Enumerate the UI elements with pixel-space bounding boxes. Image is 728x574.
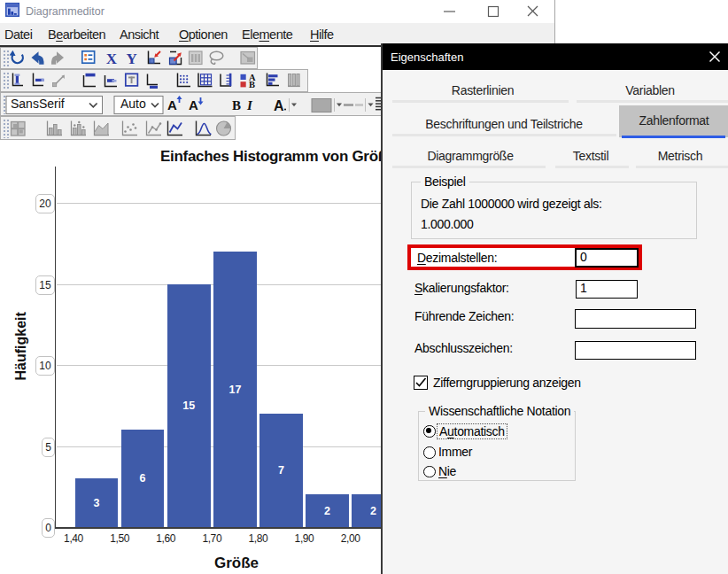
svg-text:Auto: Auto (120, 97, 146, 111)
svg-text:I: I (246, 98, 253, 112)
svg-text:SansSerif: SansSerif (11, 97, 65, 111)
svg-text:A: A (274, 98, 284, 113)
svg-text:B: B (232, 98, 241, 112)
svg-text:A: A (189, 97, 198, 112)
svg-text:A: A (167, 97, 177, 112)
svg-text:Y: Y (127, 50, 137, 67)
svg-text:B: B (249, 80, 255, 89)
svg-text:X: X (106, 50, 118, 67)
